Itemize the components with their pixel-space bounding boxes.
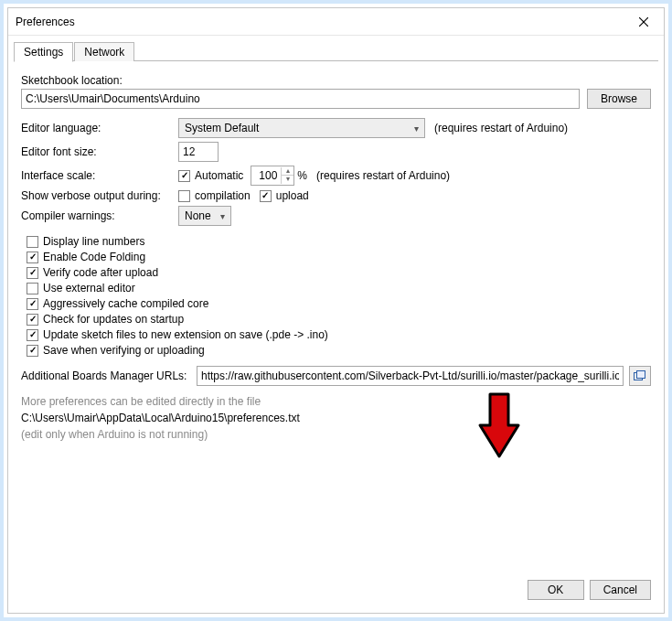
external-editor-label: Use external editor bbox=[43, 282, 135, 294]
prefs-file-path: C:\Users\Umair\AppData\Local\Arduino15\p… bbox=[21, 412, 651, 424]
verbose-compilation-checkbox[interactable]: compilation bbox=[178, 189, 251, 202]
svg-rect-3 bbox=[637, 371, 645, 379]
display-line-numbers-checkbox[interactable]: Display line numbers bbox=[27, 235, 651, 248]
checkbox-icon bbox=[27, 345, 38, 357]
external-editor-checkbox[interactable]: Use external editor bbox=[27, 282, 651, 294]
compiler-warnings-value: None bbox=[185, 209, 211, 222]
verbose-label: Show verbose output during: bbox=[21, 189, 178, 202]
editor-font-size-input[interactable] bbox=[178, 142, 219, 162]
enable-code-folding-label: Enable Code Folding bbox=[43, 251, 145, 263]
editor-language-hint: (requires restart of Arduino) bbox=[434, 122, 568, 134]
sketchbook-location-input[interactable] bbox=[21, 89, 580, 109]
checkbox-icon bbox=[27, 283, 38, 294]
chevron-down-icon: ▾ bbox=[220, 211, 225, 221]
spinner-arrows[interactable]: ▴▾ bbox=[281, 167, 293, 184]
scale-value-input[interactable] bbox=[251, 167, 281, 184]
checkbox-icon bbox=[178, 170, 190, 182]
verbose-compilation-label: compilation bbox=[195, 189, 251, 202]
save-when-verifying-checkbox[interactable]: Save when verifying or uploading bbox=[27, 344, 651, 357]
scale-pct: % bbox=[297, 169, 307, 182]
tab-network[interactable]: Network bbox=[74, 42, 134, 61]
display-line-numbers-label: Display line numbers bbox=[43, 235, 144, 248]
preferences-window: Preferences Settings Network Sketchbook … bbox=[7, 7, 665, 614]
scale-automatic-checkbox[interactable]: Automatic bbox=[178, 169, 243, 182]
enable-code-folding-checkbox[interactable]: Enable Code Folding bbox=[27, 251, 651, 263]
more-prefs-line3: (edit only when Arduino is not running) bbox=[21, 428, 651, 441]
close-button[interactable] bbox=[624, 8, 664, 36]
compiler-warnings-label: Compiler warnings: bbox=[21, 209, 178, 222]
verbose-upload-label: upload bbox=[276, 189, 309, 202]
compiler-warnings-select[interactable]: None ▾ bbox=[178, 206, 231, 226]
outer-frame: Preferences Settings Network Sketchbook … bbox=[0, 0, 672, 621]
scale-spinner[interactable]: ▴▾ bbox=[251, 166, 294, 186]
additional-boards-url-input[interactable] bbox=[197, 366, 624, 386]
update-extension-label: Update sketch files to new extension on … bbox=[43, 328, 328, 341]
checkbox-icon bbox=[178, 190, 190, 202]
cache-core-label: Aggressively cache compiled core bbox=[43, 297, 208, 310]
editor-language-select[interactable]: System Default ▾ bbox=[178, 118, 425, 138]
more-prefs-line1: More preferences can be edited directly … bbox=[21, 395, 651, 408]
sketchbook-label: Sketchbook location: bbox=[21, 74, 651, 87]
scale-automatic-label: Automatic bbox=[195, 169, 243, 182]
close-icon bbox=[639, 17, 648, 27]
checkbox-icon bbox=[27, 236, 38, 248]
tabs: Settings Network bbox=[8, 36, 664, 61]
cancel-button[interactable]: Cancel bbox=[590, 580, 651, 600]
editor-language-label: Editor language: bbox=[21, 122, 178, 134]
checkbox-icon bbox=[27, 252, 38, 263]
browse-button[interactable]: Browse bbox=[587, 89, 651, 109]
additional-boards-label: Additional Boards Manager URLs: bbox=[21, 369, 197, 382]
window-title: Preferences bbox=[16, 16, 75, 28]
tab-settings[interactable]: Settings bbox=[14, 42, 73, 62]
checkbox-icon bbox=[260, 190, 272, 202]
interface-scale-label: Interface scale: bbox=[21, 169, 178, 182]
update-extension-checkbox[interactable]: Update sketch files to new extension on … bbox=[27, 328, 651, 341]
options-checklist: Display line numbers Enable Code Folding… bbox=[27, 235, 651, 357]
checkbox-icon bbox=[27, 329, 38, 341]
window-icon bbox=[634, 370, 646, 381]
checkbox-icon bbox=[27, 267, 38, 279]
check-updates-checkbox[interactable]: Check for updates on startup bbox=[27, 313, 651, 326]
check-updates-label: Check for updates on startup bbox=[43, 313, 184, 326]
editor-font-label: Editor font size: bbox=[21, 145, 178, 158]
verify-code-checkbox[interactable]: Verify code after upload bbox=[27, 266, 651, 279]
chevron-down-icon: ▾ bbox=[414, 123, 419, 134]
checkbox-icon bbox=[27, 314, 38, 326]
save-when-verifying-label: Save when verifying or uploading bbox=[43, 344, 205, 357]
editor-language-value: System Default bbox=[185, 122, 259, 134]
verify-code-label: Verify code after upload bbox=[43, 266, 158, 279]
title-bar: Preferences bbox=[8, 8, 664, 36]
dialog-footer: OK Cancel bbox=[528, 580, 651, 600]
checkbox-icon bbox=[27, 298, 38, 310]
scale-hint: (requires restart of Arduino) bbox=[316, 169, 450, 182]
content-area: Sketchbook location: Browse Editor langu… bbox=[8, 61, 664, 613]
expand-urls-button[interactable] bbox=[629, 366, 651, 386]
verbose-upload-checkbox[interactable]: upload bbox=[260, 189, 309, 202]
ok-button[interactable]: OK bbox=[528, 580, 584, 600]
cache-core-checkbox[interactable]: Aggressively cache compiled core bbox=[27, 297, 651, 310]
